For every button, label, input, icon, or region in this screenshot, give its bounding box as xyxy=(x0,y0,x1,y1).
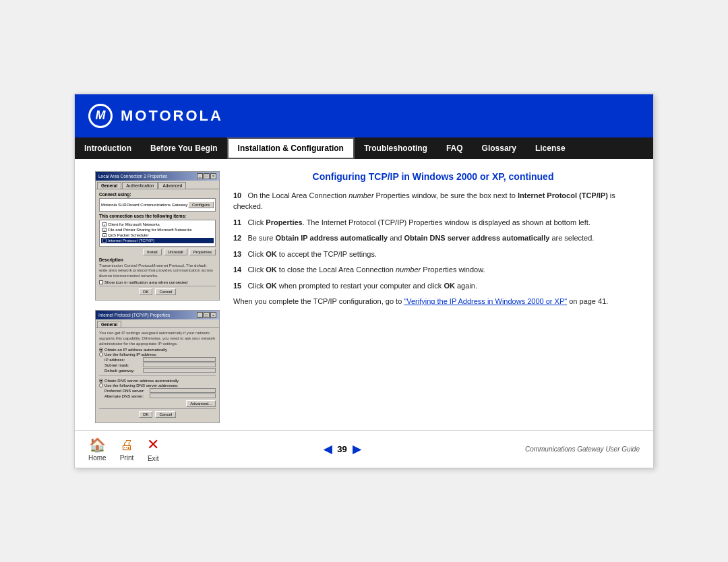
ok-button-dialog2[interactable]: OK xyxy=(139,411,153,418)
configure-button[interactable]: Configure xyxy=(188,201,214,208)
alternate-dns-input[interactable] xyxy=(150,394,216,398)
radio-obtain-ip: Obtain an IP address automatically xyxy=(99,348,216,352)
instructions-column: Configuring TCP/IP in Windows 2000 or XP… xyxy=(233,171,633,424)
subnet-row: Subnet mask: xyxy=(104,363,216,367)
preferred-dns-label: Preferred DNS server: xyxy=(104,389,148,393)
checkbox-tcpip[interactable] xyxy=(102,239,107,243)
exit-label: Exit xyxy=(148,455,159,462)
dialog-lan-properties: Local Area Connection 2 Properties _ □ ×… xyxy=(95,171,220,301)
radio-obtain-dns-dot[interactable] xyxy=(99,379,103,383)
guide-title: Communications Gateway User Guide xyxy=(525,445,640,453)
radio-obtain-ip-label: Obtain an IP address automatically xyxy=(104,348,167,352)
radio-use-ip-dot[interactable] xyxy=(99,352,103,356)
dialog-tcpip-properties: Internet Protocol (TCP/IP) Properties _ … xyxy=(95,310,220,423)
header: M MOTOROLA xyxy=(75,94,653,137)
footer-center: ◀ 39 ▶ xyxy=(324,443,360,456)
nav-item-glossary[interactable]: Glossary xyxy=(473,137,526,159)
dialog1-body: Connect using: Motorola SURFboard Commun… xyxy=(96,189,219,300)
close-button-2[interactable]: × xyxy=(210,312,216,318)
description-label: Description xyxy=(99,257,216,262)
list-item-tcpip: Internet Protocol (TCP/IP) xyxy=(101,238,214,243)
list-item-qos: QoS Packet Scheduler xyxy=(101,232,214,238)
outer-container: M MOTOROLA Introduction Before You Begin… xyxy=(0,0,728,562)
note-text: When you complete the TCP/IP configurati… xyxy=(233,296,633,308)
dialog2-bottom-buttons: OK Cancel xyxy=(99,408,216,420)
radio-obtain-ip-dot[interactable] xyxy=(99,348,103,352)
nav-bar: Introduction Before You Begin Installati… xyxy=(75,137,653,159)
note-link[interactable]: "Verifying the IP Address in Windows 200… xyxy=(404,297,567,305)
radio-use-dns-label: Use the following DNS server addresses: xyxy=(104,383,178,387)
page-container: M MOTOROLA Introduction Before You Begin… xyxy=(74,94,654,469)
description-section: Description Transmission Control Protoco… xyxy=(99,257,216,279)
nav-item-troubleshooting[interactable]: Troubleshooting xyxy=(355,137,437,159)
brand-name: MOTOROLA xyxy=(121,107,223,125)
items-list[interactable]: Client for Microsoft Networks File and P… xyxy=(99,220,216,247)
minimize-button[interactable]: _ xyxy=(197,173,203,179)
client-label: Client for Microsoft Networks xyxy=(108,222,160,226)
adapter-name: Motorola SURFboard Communications Gatewa… xyxy=(101,203,187,207)
maximize-button-2[interactable]: □ xyxy=(204,312,210,318)
properties-button[interactable]: Properties xyxy=(189,249,216,255)
radio-use-dns: Use the following DNS server addresses: xyxy=(99,383,216,387)
step-14: 14 Click OK to close the Local Area Conn… xyxy=(233,264,633,276)
minimize-button-2[interactable]: _ xyxy=(197,312,203,318)
ok-button-dialog1[interactable]: OK xyxy=(139,288,153,295)
list-item-client: Client for Microsoft Networks xyxy=(101,222,214,227)
install-button[interactable]: Install xyxy=(143,249,162,255)
nav-item-introduction[interactable]: Introduction xyxy=(75,137,141,159)
cancel-button-dialog1[interactable]: Cancel xyxy=(155,288,176,295)
nav-item-faq[interactable]: FAQ xyxy=(437,137,473,159)
subnet-input[interactable] xyxy=(143,363,216,367)
close-button[interactable]: × xyxy=(210,173,216,179)
tab-general-2[interactable]: General xyxy=(97,321,121,327)
connect-using-label: Connect using: xyxy=(99,192,216,197)
exit-icon: ✕ xyxy=(147,436,159,454)
step-13-num: 13 xyxy=(233,250,241,258)
dialog2-buttons: _ □ × xyxy=(197,312,216,318)
notify-checkbox[interactable] xyxy=(99,280,103,284)
maximize-button[interactable]: □ xyxy=(204,173,210,179)
alternate-dns-label: Alternate DNS server: xyxy=(104,394,148,398)
step-12-num: 12 xyxy=(233,234,241,242)
checkbox-client[interactable] xyxy=(102,222,107,226)
radio-obtain-dns: Obtain DNS server address automatically xyxy=(99,379,216,383)
checkbox-qos[interactable] xyxy=(102,233,107,237)
notify-checkbox-row: Show icon in notification area when conn… xyxy=(99,280,216,284)
printer-label: File and Printer Sharing for Microsoft N… xyxy=(108,228,191,232)
gateway-input[interactable] xyxy=(143,368,216,373)
step-15: 15 Click OK when prompted to restart you… xyxy=(233,280,633,292)
ip-address-row: IP address: xyxy=(104,357,216,362)
dialog2-title: Internet Protocol (TCP/IP) Properties xyxy=(98,313,170,317)
dialog1-titlebar: Local Area Connection 2 Properties _ □ × xyxy=(96,172,219,181)
preferred-dns-input[interactable] xyxy=(150,388,216,393)
home-nav-item[interactable]: 🏠 Home xyxy=(88,437,107,462)
nav-item-before-you-begin[interactable]: Before You Begin xyxy=(141,137,227,159)
tab-authentication[interactable]: Authentication xyxy=(122,182,158,189)
nav-item-installation[interactable]: Installation & Configuration xyxy=(227,137,355,159)
footer-left: 🏠 Home 🖨 Print ✕ Exit xyxy=(88,436,159,462)
dns-section: Obtain DNS server address automatically … xyxy=(99,375,216,398)
tab-advanced[interactable]: Advanced xyxy=(158,182,186,189)
dialog2-titlebar: Internet Protocol (TCP/IP) Properties _ … xyxy=(96,311,219,319)
cancel-button-dialog2[interactable]: Cancel xyxy=(155,411,176,418)
uninstall-button[interactable]: Uninstall xyxy=(164,249,187,255)
preferred-dns-row: Preferred DNS server: xyxy=(104,388,216,393)
step-11: 11 Click Properties. The Internet Protoc… xyxy=(233,217,633,228)
logo-m-letter: M xyxy=(96,108,106,123)
ip-address-input[interactable] xyxy=(143,357,216,362)
nav-item-license[interactable]: License xyxy=(526,137,575,159)
exit-nav-item[interactable]: ✕ Exit xyxy=(147,436,159,462)
advanced-button[interactable]: Advanced... xyxy=(186,400,216,407)
print-nav-item[interactable]: 🖨 Print xyxy=(120,437,134,462)
checkbox-printer[interactable] xyxy=(102,228,107,232)
dialog1-title: Local Area Connection 2 Properties xyxy=(98,174,167,179)
print-icon: 🖨 xyxy=(120,437,133,453)
prev-page-button[interactable]: ◀ xyxy=(324,443,332,456)
next-page-button[interactable]: ▶ xyxy=(353,443,361,456)
step-11-num: 11 xyxy=(233,218,241,226)
advanced-btn-row: Advanced... xyxy=(99,400,216,407)
step-14-num: 14 xyxy=(233,266,241,274)
tab-general[interactable]: General xyxy=(97,182,121,189)
radio-use-dns-dot[interactable] xyxy=(99,383,103,387)
list-item-printer: File and Printer Sharing for Microsoft N… xyxy=(101,227,214,232)
